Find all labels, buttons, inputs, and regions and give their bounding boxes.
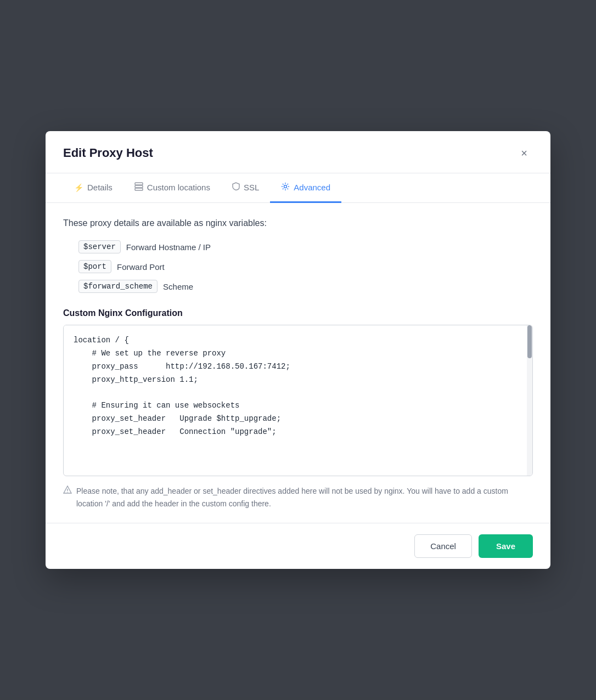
svg-rect-2 <box>135 188 143 190</box>
svg-rect-0 <box>135 183 143 185</box>
list-item: $port Forward Port <box>78 260 533 273</box>
close-button[interactable]: × <box>515 144 533 162</box>
var-port-code: $port <box>78 260 111 273</box>
var-port-desc: Forward Port <box>117 262 165 272</box>
warning-text: Please note, that any add_header or set_… <box>63 485 533 510</box>
svg-point-3 <box>284 185 287 188</box>
ssl-icon <box>232 182 240 193</box>
config-textarea[interactable]: location / { # We set up the reverse pro… <box>64 325 532 473</box>
list-item: $server Forward Hostname / IP <box>78 240 533 253</box>
advanced-icon <box>281 182 290 193</box>
intro-text: These proxy details are available as ngi… <box>63 218 533 228</box>
svg-rect-1 <box>135 185 143 188</box>
tab-details[interactable]: ⚡ Details <box>63 174 123 202</box>
tabs-bar: ⚡ Details Custom locations SSL <box>46 173 550 203</box>
warning-icon <box>63 486 72 498</box>
modal-header: Edit Proxy Host × <box>46 131 550 173</box>
tab-advanced[interactable]: Advanced <box>270 173 341 203</box>
details-icon: ⚡ <box>74 183 83 192</box>
list-item: $forward_scheme Scheme <box>78 280 533 293</box>
variables-list: $server Forward Hostname / IP $port Forw… <box>78 240 533 293</box>
custom-locations-icon <box>134 182 143 193</box>
var-server-desc: Forward Hostname / IP <box>126 242 211 252</box>
tab-ssl[interactable]: SSL <box>221 173 270 203</box>
config-textarea-wrapper: location / { # We set up the reverse pro… <box>63 325 533 476</box>
scrollbar-track <box>527 325 532 476</box>
svg-point-5 <box>67 492 68 492</box>
edit-proxy-host-modal: Edit Proxy Host × ⚡ Details Custom locat… <box>46 131 550 569</box>
var-server-code: $server <box>78 240 121 253</box>
scrollbar-thumb <box>527 325 532 358</box>
modal-footer: Cancel Save <box>46 523 550 569</box>
cancel-button[interactable]: Cancel <box>414 534 472 558</box>
modal-body: These proxy details are available as ngi… <box>46 203 550 523</box>
config-section-title: Custom Nginx Configuration <box>63 308 533 318</box>
save-button[interactable]: Save <box>479 534 533 558</box>
var-scheme-desc: Scheme <box>163 282 193 291</box>
modal-title: Edit Proxy Host <box>63 146 153 160</box>
var-scheme-code: $forward_scheme <box>78 280 158 293</box>
warning-message: Please note, that any add_header or set_… <box>76 485 533 510</box>
tab-custom-locations[interactable]: Custom locations <box>123 173 221 203</box>
